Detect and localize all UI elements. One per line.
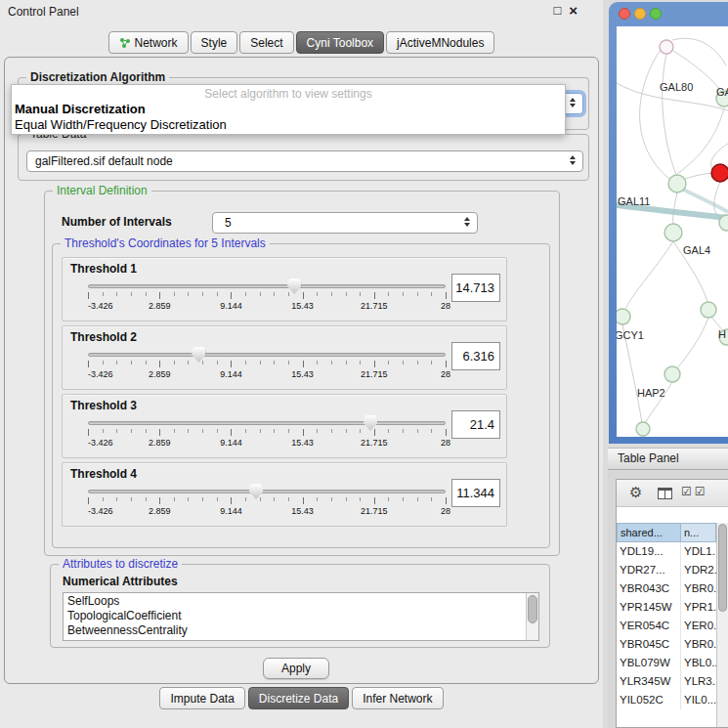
table-row[interactable]: YPR145WYPR1...: [617, 598, 716, 617]
tab-style[interactable]: Style: [191, 31, 238, 54]
slider-tick-label: -3.426: [88, 369, 113, 379]
network-node[interactable]: [636, 422, 650, 436]
columns-icon[interactable]: [658, 488, 672, 499]
bottom-tab-discretize-data[interactable]: Discretize Data: [248, 687, 349, 709]
checkbox-icon[interactable]: ☑: [695, 485, 707, 498]
tab-jactivemnodules[interactable]: jActiveMNodules: [386, 31, 494, 54]
numerical-attributes-listbox[interactable]: SelfLoopsTopologicalCoefficientBetweenne…: [63, 592, 539, 641]
scrollbar-thumb[interactable]: [718, 524, 727, 612]
slider-tick: [231, 497, 232, 504]
slider-ticks: [88, 429, 446, 436]
threshold-slider[interactable]: -3.4262.8599.14415.4321.71528: [88, 347, 446, 388]
slider-tick: [217, 292, 218, 296]
minimize-button[interactable]: [634, 8, 646, 20]
group-title: Attributes to discretize: [59, 557, 182, 571]
table-cell: YPR145W: [617, 598, 681, 617]
table-data-combobox[interactable]: galFiltered.sif default node: [26, 150, 583, 172]
dropdown-option-manual-discretization[interactable]: Manual Discretization: [12, 102, 565, 117]
slider-tick: [146, 497, 147, 501]
close-button[interactable]: [619, 8, 630, 20]
table-data-value: galFiltered.sif default node: [35, 154, 173, 168]
threshold-value[interactable]: 6.316: [451, 342, 500, 370]
slider-tick: [116, 497, 117, 501]
table-panel: ⚙ ☑ ☑ shared... n... YDL19...YDL1...YDR2…: [608, 471, 728, 728]
table-cell: YBR0...: [681, 635, 716, 654]
network-node[interactable]: [664, 224, 682, 241]
list-item[interactable]: BetweennessCentrality: [67, 623, 538, 638]
threshold-slider[interactable]: -3.4262.8599.14415.4321.71528: [88, 278, 446, 320]
network-node[interactable]: [668, 175, 686, 193]
slider-tick: [188, 497, 189, 501]
slider-tick: [446, 361, 447, 367]
tab-select[interactable]: Select: [239, 31, 293, 54]
threshold-value[interactable]: 21.4: [451, 410, 500, 439]
tab-label: Network: [135, 36, 178, 50]
threshold-panel: Threshold 3 -3.4262.8599.14415.4321.7152…: [62, 394, 507, 458]
network-node[interactable]: [701, 302, 716, 318]
slider-tick: [260, 361, 261, 364]
combo-spinner[interactable]: [464, 217, 470, 227]
combo-spinner[interactable]: [570, 98, 576, 107]
slider-tick-label: 15.43: [291, 438, 314, 448]
slider-tick: [88, 361, 89, 367]
close-icon[interactable]: ×: [569, 3, 578, 19]
table-row[interactable]: YER054CYER0...: [617, 617, 716, 635]
network-node[interactable]: [711, 164, 728, 182]
zoom-button[interactable]: [650, 8, 662, 20]
checkbox-icon[interactable]: ☑: [681, 485, 693, 498]
slider-tick: [116, 292, 117, 296]
threshold-slider[interactable]: -3.4262.8599.14415.4321.71528: [88, 415, 446, 456]
number-of-intervals-label: Number of Intervals: [62, 215, 172, 229]
threshold-value[interactable]: 14.713: [451, 274, 500, 302]
bottom-tab-infer-network[interactable]: Infer Network: [352, 687, 443, 709]
network-node[interactable]: [664, 366, 680, 382]
slider-tick-label: 2.859: [149, 369, 171, 379]
dropdown-option-equal-width-frequency[interactable]: Equal Width/Frequency Discretization: [12, 117, 565, 133]
table-row[interactable]: YLR345WYLR3...: [617, 672, 716, 691]
slider-tick: [388, 361, 389, 364]
list-scrollbar[interactable]: [526, 593, 538, 640]
list-item[interactable]: TopologicalCoefficient: [67, 609, 538, 623]
table-cell: YBR0...: [681, 579, 716, 598]
tab-cyni-toolbox[interactable]: Cyni Toolbox: [296, 31, 384, 54]
table-scrollbar[interactable]: [716, 523, 728, 727]
column-header-name[interactable]: n...: [681, 523, 716, 542]
slider-tick: [346, 497, 347, 501]
threshold-value[interactable]: 11.344: [451, 479, 500, 507]
network-node[interactable]: [660, 40, 673, 54]
threshold-slider[interactable]: -3.4262.8599.14415.4321.71528: [88, 484, 446, 525]
gear-icon[interactable]: ⚙: [629, 484, 642, 501]
slider-track[interactable]: [88, 490, 446, 493]
slider-tick-label: 21.715: [361, 506, 388, 516]
table-row[interactable]: YDR27...YDR2...: [617, 561, 716, 579]
table-row[interactable]: YBR043CYBR0...: [617, 579, 716, 598]
slider-tick-labels: -3.4262.8599.14415.4321.71528: [88, 438, 446, 449]
combo-spinner[interactable]: [570, 155, 576, 165]
network-canvas[interactable]: GAL80GALGAL11GAL4GCY1HHAP2: [617, 26, 728, 437]
slider-tick: [174, 429, 175, 433]
slider-tick: [260, 292, 261, 296]
scrollbar-thumb[interactable]: [528, 595, 537, 623]
slider-tick: [374, 429, 375, 436]
table-row[interactable]: YDL19...YDL1...: [617, 542, 716, 561]
tab-network[interactable]: Network: [108, 31, 189, 54]
list-item[interactable]: SelfLoops: [67, 594, 538, 609]
tab-label: Infer Network: [363, 692, 432, 706]
column-header-shared-name[interactable]: shared...: [617, 523, 681, 542]
number-of-intervals-combobox[interactable]: 5: [212, 212, 478, 234]
table-row[interactable]: YIL052CYIL0...: [617, 691, 716, 709]
bottom-tab-impute-data[interactable]: Impute Data: [159, 687, 244, 709]
table-row[interactable]: YBR045CYBR0...: [617, 635, 716, 654]
apply-button[interactable]: Apply: [263, 658, 329, 679]
slider-tick: [317, 292, 318, 296]
maximize-icon[interactable]: □: [553, 3, 561, 19]
network-node[interactable]: [719, 215, 728, 231]
slider-tick: [146, 429, 147, 433]
slider-track[interactable]: [88, 421, 446, 425]
slider-track[interactable]: [88, 353, 446, 357]
table-panel-title: Table Panel: [618, 451, 679, 465]
slider-track[interactable]: [88, 284, 446, 288]
table-panel-header[interactable]: Table Panel: [608, 448, 728, 470]
network-node[interactable]: [617, 309, 630, 324]
table-row[interactable]: YBL079WYBL0...: [617, 654, 716, 672]
